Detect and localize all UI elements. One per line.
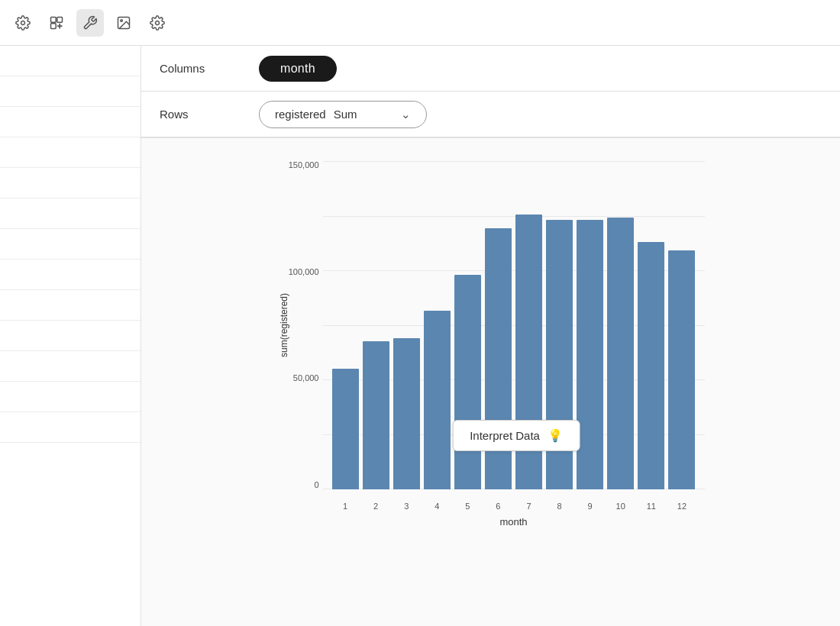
x-axis-label: 6 — [485, 502, 512, 511]
x-axis-labels: 123456789101112 — [323, 502, 705, 511]
y-axis-label: 0 — [314, 481, 318, 489]
x-axis-label: 9 — [577, 502, 603, 511]
bar-column[interactable] — [607, 167, 634, 489]
x-axis-label: 2 — [363, 502, 389, 511]
bar — [454, 275, 481, 489]
y-axis-label: 100,000 — [289, 268, 319, 276]
bar-column[interactable] — [638, 167, 664, 489]
svg-rect-1 — [51, 17, 57, 22]
bar — [638, 242, 664, 489]
sidebar — [0, 46, 141, 626]
main-layout: Columns month Rows registered Sum ⌄ sum(… — [0, 46, 840, 626]
interpret-data-button[interactable]: Interpret Data 💡 — [452, 420, 580, 451]
svg-rect-3 — [51, 23, 57, 28]
x-axis-title: month — [323, 516, 705, 528]
interpret-data-label: Interpret Data — [470, 429, 540, 442]
rows-row: Rows registered Sum ⌄ — [141, 92, 840, 137]
bar-column[interactable] — [363, 167, 389, 489]
columns-label: Columns — [160, 62, 228, 75]
x-axis-label: 8 — [546, 502, 573, 511]
x-axis-label: 11 — [638, 502, 664, 511]
sidebar-row-10 — [0, 321, 141, 351]
bar-column[interactable] — [393, 167, 420, 489]
svg-point-5 — [121, 19, 123, 21]
sidebar-row-3 — [0, 107, 141, 137]
sidebar-row-8 — [0, 260, 141, 290]
sidebar-row-6 — [0, 198, 141, 229]
bar — [332, 369, 359, 489]
interact-button[interactable] — [43, 9, 70, 37]
sidebar-row-11 — [0, 351, 141, 382]
bar — [393, 338, 420, 489]
bar-column[interactable] — [332, 167, 359, 489]
content-area: Columns month Rows registered Sum ⌄ sum(… — [141, 46, 840, 626]
y-axis: 150,000100,00050,0000 — [277, 161, 319, 489]
bar-column[interactable] — [668, 167, 695, 489]
columns-row: Columns month — [141, 46, 840, 92]
settings-button[interactable] — [9, 9, 37, 37]
columns-pill[interactable]: month — [259, 56, 337, 82]
bar — [668, 250, 695, 489]
bar — [607, 218, 634, 489]
sidebar-row-12 — [0, 382, 141, 412]
rows-pill[interactable]: registered Sum ⌄ — [259, 101, 427, 128]
x-axis-label: 7 — [515, 502, 542, 511]
y-axis-label: 50,000 — [293, 374, 319, 382]
bar — [363, 341, 389, 489]
x-axis-label: 5 — [454, 502, 481, 511]
svg-rect-2 — [57, 17, 63, 22]
chevron-down-icon: ⌄ — [401, 108, 411, 121]
toolbar — [0, 0, 840, 46]
rows-aggregate: Sum — [334, 108, 357, 121]
sidebar-row-13 — [0, 412, 141, 443]
bar-column[interactable] — [424, 167, 451, 489]
chart-area: sum(registered) 150,000100,00050,0000 12… — [141, 137, 840, 626]
x-axis-label: 4 — [424, 502, 451, 511]
bar — [424, 311, 451, 489]
rows-label: Rows — [160, 108, 228, 121]
svg-point-0 — [21, 21, 25, 24]
lightbulb-icon: 💡 — [548, 428, 563, 443]
sidebar-row-2 — [0, 76, 141, 107]
sidebar-row-5 — [0, 168, 141, 198]
bar — [577, 220, 603, 489]
sidebar-row-1 — [0, 46, 141, 76]
wrench-button[interactable] — [76, 9, 104, 37]
x-axis-label: 12 — [668, 502, 695, 511]
sidebar-row-7 — [0, 229, 141, 260]
x-axis-label: 3 — [393, 502, 420, 511]
x-axis-label: 1 — [332, 502, 359, 511]
x-axis-label: 10 — [607, 502, 634, 511]
bar-column[interactable] — [577, 167, 603, 489]
image-settings-button[interactable] — [144, 9, 171, 37]
chart-container: sum(registered) 150,000100,00050,0000 12… — [277, 161, 705, 528]
rows-field-name: registered — [275, 108, 326, 121]
svg-point-6 — [156, 21, 160, 24]
image-button[interactable] — [110, 9, 137, 37]
sidebar-row-9 — [0, 290, 141, 321]
sidebar-row-4 — [0, 137, 141, 168]
y-axis-label: 150,000 — [289, 161, 319, 169]
